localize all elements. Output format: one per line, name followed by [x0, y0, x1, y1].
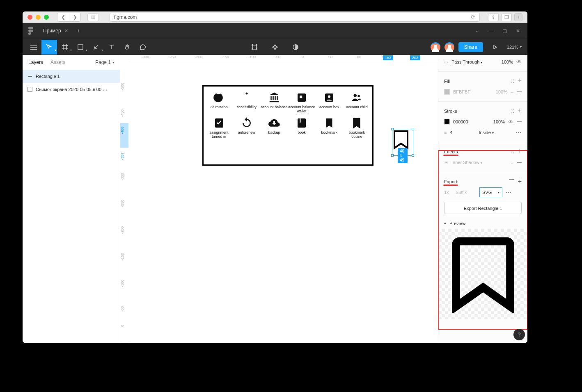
tab-layers[interactable]: Layers: [28, 59, 43, 65]
hidden-icon[interactable]: ⌣: [511, 89, 513, 95]
user-avatar-2[interactable]: [445, 42, 454, 52]
shape-tool-button[interactable]: ▾: [73, 40, 88, 55]
export-button[interactable]: Export Rectangle 1: [444, 202, 522, 214]
export-scale[interactable]: 1x: [444, 190, 452, 195]
svg-text:3D: 3D: [216, 95, 222, 100]
share-browser-icon[interactable]: ⇪: [488, 13, 499, 21]
window-close-icon[interactable]: [27, 15, 32, 20]
window-x-icon[interactable]: ✕: [516, 28, 520, 34]
url-bar[interactable]: figma.com ⟳: [110, 13, 480, 22]
share-button[interactable]: Share: [458, 42, 483, 52]
svg-point-14: [354, 94, 357, 97]
visibility-icon[interactable]: 👁: [516, 59, 522, 65]
window-max-icon[interactable]: ▢: [502, 28, 507, 34]
remove-export-button[interactable]: [509, 179, 514, 180]
svg-point-9: [245, 93, 247, 95]
app-toolbar: ▾ ▾ ▾ ▾ Share 121%▾: [23, 39, 527, 55]
svg-point-13: [328, 95, 330, 98]
mask-icon[interactable]: [288, 40, 303, 55]
new-tab-button[interactable]: +: [514, 13, 522, 21]
add-stroke-button[interactable]: +: [518, 108, 522, 114]
stroke-swatch[interactable]: [444, 119, 450, 125]
style-icon[interactable]: ∷: [511, 108, 514, 114]
nav-forward-button[interactable]: ❯: [69, 13, 80, 21]
resize-handle[interactable]: [391, 128, 394, 130]
preview-label: Preview: [449, 221, 465, 226]
stroke-advanced-button[interactable]: •••: [516, 130, 522, 135]
effect-type-select[interactable]: Inner Shadow ▾: [451, 160, 482, 165]
remove-effect-button[interactable]: [517, 162, 522, 163]
layer-row[interactable]: Снимок экрана 2020-05-05 в 00.…: [23, 83, 120, 96]
export-advanced-button[interactable]: •••: [506, 190, 512, 195]
move-tool-button[interactable]: ▾: [41, 40, 57, 55]
layer-row[interactable]: Rectangle 1: [23, 70, 120, 83]
fill-hex[interactable]: BFBFBF: [453, 89, 470, 94]
reload-icon[interactable]: ⟳: [471, 14, 475, 20]
section-fill-title: Fill: [444, 79, 450, 84]
layer-opacity[interactable]: 100%: [502, 59, 513, 64]
style-icon[interactable]: ∷: [511, 148, 514, 155]
text-tool-button[interactable]: [104, 40, 119, 55]
pen-tool-button[interactable]: ▾: [88, 40, 104, 55]
chevron-down-icon[interactable]: ⌄: [475, 28, 479, 34]
figma-tabbar: Пример ✕ + ⌄ — ▢ ✕: [23, 23, 527, 39]
window-zoom-icon[interactable]: [44, 15, 49, 20]
browser-chrome: ❮ ❯ ▥ figma.com ⟳ ⇪ ❐ +: [23, 11, 527, 23]
properties-panel: ◌ Pass Through ▾ 100% 👁 Fill ∷+ BFBFBF 1…: [438, 55, 527, 343]
svg-point-0: [31, 30, 33, 32]
export-format-select[interactable]: SVG▾: [479, 187, 502, 197]
fill-opacity[interactable]: 100%: [496, 89, 507, 94]
page-selector[interactable]: Page 1▾: [95, 59, 114, 65]
remove-stroke-button[interactable]: [517, 121, 522, 122]
stroke-weight-icon: ≡: [444, 130, 447, 135]
add-export-button[interactable]: +: [518, 179, 522, 184]
add-tab-button[interactable]: +: [74, 26, 84, 36]
app-main: Layers Assets Page 1▾ Rectangle 1 Снимок…: [23, 55, 527, 343]
tab-assets[interactable]: Assets: [50, 59, 65, 65]
section-export-title: Export: [444, 179, 457, 184]
blend-mode-icon: ◌: [444, 59, 448, 65]
style-icon[interactable]: ∷: [511, 78, 514, 84]
document-tab-title: Пример: [43, 28, 61, 34]
frame-tool-button[interactable]: ▾: [57, 40, 73, 55]
hand-tool-button[interactable]: [119, 40, 135, 55]
add-effect-button[interactable]: +: [518, 148, 522, 155]
stroke-align-select[interactable]: Inside ▾: [479, 130, 493, 135]
preview-toggle-icon[interactable]: ▾: [444, 221, 446, 226]
add-fill-button[interactable]: +: [518, 78, 522, 84]
main-menu-button[interactable]: [26, 40, 41, 55]
tabs-browser-icon[interactable]: ❐: [501, 13, 512, 21]
window-min-icon[interactable]: —: [488, 28, 493, 34]
resize-handle[interactable]: [391, 154, 394, 157]
zoom-dropdown[interactable]: 121%▾: [507, 45, 522, 50]
document-tab[interactable]: Пример ✕: [39, 25, 72, 36]
user-avatar-1[interactable]: [431, 42, 440, 52]
figma-logo-icon[interactable]: [27, 27, 35, 35]
present-button[interactable]: [487, 40, 503, 55]
effect-settings-icon[interactable]: ☀: [444, 160, 448, 165]
component-icon[interactable]: [267, 40, 283, 55]
resize-handle[interactable]: [412, 128, 414, 130]
url-text: figma.com: [114, 14, 137, 20]
blend-mode-select[interactable]: Pass Through ▾: [451, 59, 482, 64]
remove-fill-button[interactable]: [517, 91, 522, 92]
rectangle-icon: [27, 74, 32, 79]
image-icon: [27, 87, 32, 92]
selected-object[interactable]: 40 × 49: [393, 130, 412, 155]
canvas[interactable]: -300 -250 -200 -150 -100 -50 0 50 100 15…: [120, 55, 438, 343]
export-suffix-input[interactable]: Suffix: [456, 190, 476, 195]
fill-swatch[interactable]: [444, 89, 450, 95]
resize-handle[interactable]: [412, 154, 414, 157]
edit-object-icon[interactable]: [247, 40, 262, 55]
stroke-opacity[interactable]: 100%: [493, 119, 505, 124]
visibility-icon[interactable]: 👁: [508, 119, 513, 125]
close-tab-icon[interactable]: ✕: [64, 28, 68, 34]
stroke-weight-input[interactable]: 4: [450, 130, 464, 135]
sidebar-toggle-icon[interactable]: ▥: [87, 13, 99, 21]
comment-tool-button[interactable]: [135, 40, 151, 55]
nav-back-button[interactable]: ❮: [57, 13, 69, 21]
stroke-hex[interactable]: 000000: [453, 119, 468, 124]
hidden-icon[interactable]: ⌣: [511, 160, 513, 165]
window-minimize-icon[interactable]: [36, 15, 41, 20]
help-button[interactable]: ?: [513, 329, 525, 340]
